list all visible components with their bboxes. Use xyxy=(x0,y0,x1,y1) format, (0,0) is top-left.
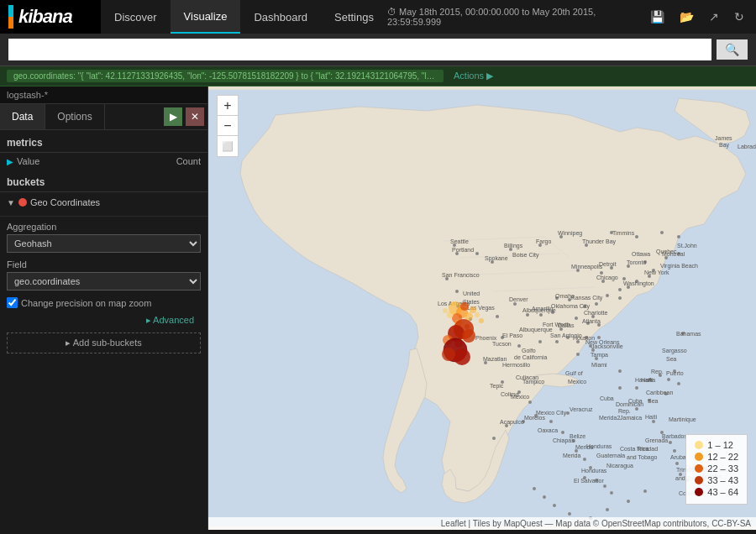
legend-color-dot xyxy=(695,464,703,473)
svg-text:Veracruz: Veracruz xyxy=(570,406,593,412)
legend-label: 33 – 43 xyxy=(707,475,738,485)
nav-dashboard[interactable]: Dashboard xyxy=(240,0,321,34)
field-select[interactable]: geo.coordinates xyxy=(7,272,201,291)
svg-text:Sea: Sea xyxy=(648,398,659,404)
tab-actions: ▶ ✕ xyxy=(160,104,207,129)
metric-value-row: ▶ Value Count xyxy=(0,153,207,170)
aggregation-label: Aggregation xyxy=(7,222,201,232)
map-container: Seattle Portland San Francisco Los Angel… xyxy=(208,86,756,530)
svg-text:Boise City: Boise City xyxy=(512,252,539,259)
map-legend: 1 – 1212 – 2222 – 3333 – 4343 – 64 xyxy=(685,434,748,505)
legend-label: 43 – 64 xyxy=(707,487,738,497)
nav-visualize[interactable]: Visualize xyxy=(171,0,241,34)
legend-item: 1 – 12 xyxy=(695,440,738,450)
bucket-collapse-icon[interactable]: ▼ xyxy=(7,198,15,207)
geo-dot-icon xyxy=(18,198,27,207)
svg-text:Bahamas: Bahamas xyxy=(676,331,701,337)
bucket-settings: Aggregation Geohash Field geo.coordinate… xyxy=(0,217,207,359)
legend-label: 22 – 33 xyxy=(707,463,738,474)
svg-point-57 xyxy=(576,353,580,356)
tab-options[interactable]: Options xyxy=(45,104,104,129)
share-icon[interactable]: ↗ xyxy=(706,7,722,27)
svg-text:Costa Rica: Costa Rica xyxy=(620,446,648,452)
svg-point-84 xyxy=(635,407,638,411)
svg-point-223 xyxy=(479,318,484,323)
svg-point-88 xyxy=(667,378,670,381)
svg-text:Billings: Billings xyxy=(504,243,523,249)
top-navigation: kibana Discover Visualize Dashboard Sett… xyxy=(0,0,756,34)
svg-text:Jamaica: Jamaica xyxy=(620,415,642,421)
svg-text:Cuba: Cuba xyxy=(600,395,614,401)
svg-text:Tampa: Tampa xyxy=(591,352,608,359)
svg-point-233 xyxy=(454,348,470,365)
discard-button[interactable]: ✕ xyxy=(186,107,204,126)
svg-text:Rep.: Rep. xyxy=(651,369,664,375)
svg-text:Labrador City: Labrador City xyxy=(738,144,756,150)
add-sub-buckets-button[interactable]: ▸ Add sub-buckets xyxy=(7,332,201,353)
svg-text:James: James xyxy=(715,135,732,141)
svg-point-18 xyxy=(635,235,638,238)
svg-point-46 xyxy=(539,313,543,317)
svg-text:El Salvador: El Salvador xyxy=(574,478,604,484)
field-group: Field geo.coordinates xyxy=(7,259,201,291)
logo-text: kibana xyxy=(18,6,72,28)
legend-item: 22 – 33 xyxy=(695,463,738,474)
svg-point-75 xyxy=(561,431,564,434)
advanced-link[interactable]: ▸ Advanced xyxy=(7,313,201,327)
run-button[interactable]: ▶ xyxy=(164,107,182,126)
svg-text:Hermosillo: Hermosillo xyxy=(502,362,530,368)
save-icon[interactable]: 💾 xyxy=(647,7,668,27)
zoom-out-button[interactable]: − xyxy=(218,116,238,136)
tab-bar: Data Options ▶ ✕ xyxy=(0,104,207,130)
svg-text:Fargo: Fargo xyxy=(536,238,551,245)
load-icon[interactable]: 📂 xyxy=(676,7,697,27)
svg-text:Chiapas: Chiapas xyxy=(553,437,575,444)
svg-point-234 xyxy=(442,348,455,361)
svg-text:Dominican: Dominican xyxy=(616,401,643,407)
svg-text:Seattle: Seattle xyxy=(450,238,469,244)
svg-point-48 xyxy=(513,302,517,306)
tab-data[interactable]: Data xyxy=(0,104,45,129)
svg-point-87 xyxy=(677,382,680,385)
aggregation-select[interactable]: Geohash xyxy=(7,234,201,253)
actions-link[interactable]: Actions ▶ xyxy=(454,71,493,81)
legend-color-dot xyxy=(695,476,703,484)
svg-point-217 xyxy=(460,302,469,311)
svg-point-104 xyxy=(643,490,647,493)
filter-tag-text: geo.coordinates: "{ "lat": 42.1127133192… xyxy=(13,71,437,81)
zoom-controls: + − ⬜ xyxy=(217,95,239,157)
main-content: logstash-* Data Options ▶ ✕ metrics ▶ Va… xyxy=(0,86,756,530)
svg-point-11 xyxy=(475,252,479,255)
svg-text:Bay: Bay xyxy=(719,142,730,149)
precision-checkbox[interactable] xyxy=(7,297,18,308)
svg-point-95 xyxy=(635,386,638,390)
svg-point-96 xyxy=(652,420,655,423)
legend-label: 12 – 22 xyxy=(707,452,738,462)
svg-text:Martinique: Martinique xyxy=(669,416,696,423)
svg-point-89 xyxy=(618,369,622,373)
svg-text:Spokane: Spokane xyxy=(485,255,508,262)
bucket-title-row: ▼ Geo Coordinates xyxy=(7,197,201,207)
svg-point-106 xyxy=(606,508,609,511)
svg-text:Toronto: Toronto xyxy=(627,259,646,265)
svg-text:and Tobago: and Tobago xyxy=(627,454,658,461)
svg-text:Detroit: Detroit xyxy=(599,261,617,267)
svg-point-98 xyxy=(669,441,672,444)
search-icon[interactable]: 🔍 xyxy=(717,39,748,60)
svg-text:Colima: Colima xyxy=(501,391,519,397)
svg-point-222 xyxy=(475,312,480,317)
svg-point-44 xyxy=(575,317,578,320)
zoom-box-button[interactable]: ⬜ xyxy=(218,136,238,156)
svg-text:Miami: Miami xyxy=(591,362,607,368)
nav-discover[interactable]: Discover xyxy=(101,0,171,34)
search-input[interactable] xyxy=(8,39,711,60)
svg-point-108 xyxy=(568,512,571,516)
svg-text:Havana: Havana xyxy=(635,377,655,383)
zoom-in-button[interactable]: + xyxy=(218,96,238,116)
svg-text:Atlanta: Atlanta xyxy=(582,318,601,324)
svg-text:Nicaragua: Nicaragua xyxy=(606,463,633,469)
svg-point-100 xyxy=(675,462,679,465)
precision-label: Change precision on map zoom xyxy=(21,298,151,308)
nav-settings[interactable]: Settings xyxy=(321,0,387,34)
refresh-icon[interactable]: ↻ xyxy=(731,7,748,27)
